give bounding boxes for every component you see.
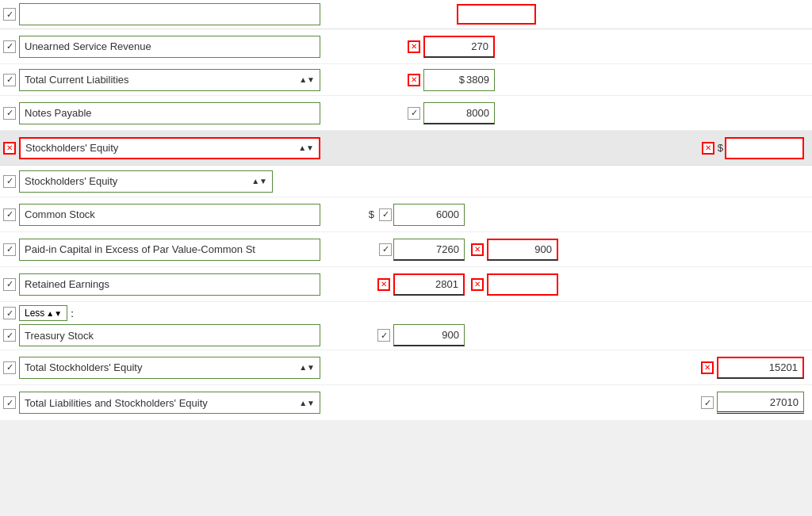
total-liab-se-label: Total Liabilities and Stockholders' Equi… <box>25 397 208 409</box>
retained-value: 2801 <box>435 278 458 290</box>
unearned-checkbox[interactable] <box>3 40 16 53</box>
treasury-label-row: Treasury Stock <box>3 324 344 346</box>
treasury-label-box: Treasury Stock <box>19 324 320 346</box>
se-header-label: Stockholders' Equity <box>25 142 118 154</box>
total-liab-se-left: Total Liabilities and Stockholders' Equi… <box>3 392 344 414</box>
notes-payable-left: Notes Payable <box>3 102 344 124</box>
notes-payable-label: Notes Payable <box>25 107 92 119</box>
total-liab-se-checkbox[interactable] <box>3 396 16 409</box>
retained-right-input[interactable] <box>487 273 558 296</box>
total-liab-se-right: 27010 <box>701 392 809 414</box>
se-header-x2[interactable] <box>702 142 714 155</box>
main-container: Unearned Service Revenue 270 Total Curre… <box>0 0 812 420</box>
se-header-left: Stockholders' Equity ▲▼ <box>3 137 344 159</box>
colon-label: : <box>71 308 74 319</box>
unearned-x-check[interactable] <box>408 40 420 53</box>
top-partial-left <box>3 3 344 25</box>
common-stock-value: 6000 <box>436 208 459 220</box>
notes-payable-checkbox[interactable] <box>3 107 16 120</box>
total-se-arrow: ▲▼ <box>299 363 315 372</box>
paid-in-value: 7260 <box>436 243 459 255</box>
total-current-label: Total Current Liabilities <box>25 74 129 86</box>
se-header-x-check[interactable] <box>3 142 16 155</box>
se-sub-label-box: Stockholders' Equity ▲▼ <box>19 170 273 193</box>
top-partial-input-mid[interactable] <box>457 4 536 25</box>
common-stock-label: Common Stock <box>25 208 95 220</box>
common-stock-check2[interactable] <box>379 208 392 221</box>
total-liab-se-arrow: ▲▼ <box>299 399 315 407</box>
retained-input[interactable]: 2801 <box>393 273 465 296</box>
total-se-value: 15201 <box>769 361 798 373</box>
retained-x2[interactable] <box>471 278 484 291</box>
retained-right <box>471 273 565 296</box>
se-sub-checkbox[interactable] <box>3 175 16 188</box>
total-se-x[interactable] <box>701 361 714 374</box>
notes-payable-check2[interactable] <box>408 107 420 120</box>
paid-in-x[interactable] <box>471 243 484 256</box>
paid-in-input[interactable]: 7260 <box>393 239 465 261</box>
retained-left: Retained Earnings <box>3 273 344 296</box>
less-button[interactable]: Less ▲▼ <box>19 305 67 321</box>
treasury-value: 900 <box>442 329 459 341</box>
total-se-label-box: Total Stockholders' Equity ▲▼ <box>19 357 320 379</box>
se-sub-label: Stockholders' Equity <box>25 175 117 187</box>
treasury-label: Treasury Stock <box>25 330 94 342</box>
common-stock-left: Common Stock <box>3 204 344 226</box>
retained-x[interactable] <box>377 278 390 291</box>
paid-in-right: 900 <box>471 239 565 261</box>
common-stock-dollar: $ <box>369 208 374 220</box>
paid-in-label-box: Paid-in Capital in Excess of Par Value-C… <box>19 239 320 261</box>
less-label: Less <box>25 308 44 319</box>
notes-payable-value: 8000 <box>466 107 489 119</box>
total-se-input[interactable]: 15201 <box>717 357 804 379</box>
se-sub-left: Stockholders' Equity ▲▼ <box>3 170 344 193</box>
total-liab-se-check2[interactable] <box>701 396 714 409</box>
total-se-right: 15201 <box>701 357 809 379</box>
total-current-x[interactable] <box>408 74 420 86</box>
common-stock-label-box: Common Stock <box>19 204 320 226</box>
total-current-value: 3809 <box>466 74 489 86</box>
retained-label-box: Retained Earnings <box>19 273 320 296</box>
notes-payable-input[interactable]: 8000 <box>423 102 495 124</box>
total-liab-se-input[interactable]: 27010 <box>717 392 804 414</box>
total-se-checkbox[interactable] <box>3 361 16 374</box>
unearned-label: Unearned Service Revenue <box>25 40 151 52</box>
total-liab-se-value: 27010 <box>770 396 799 408</box>
top-partial-checkbox[interactable] <box>3 8 16 21</box>
paid-in-right-value: 900 <box>534 243 552 255</box>
total-current-mid: $ 3809 <box>344 69 503 91</box>
se-header-arrow: ▲▼ <box>298 143 314 152</box>
treasury-left: Less ▲▼ : Treasury Stock <box>3 305 344 346</box>
paid-in-checkbox[interactable] <box>3 243 16 256</box>
se-header-label-box: Stockholders' Equity ▲▼ <box>19 137 320 159</box>
common-stock-input[interactable]: 6000 <box>393 204 465 226</box>
unearned-value: 270 <box>471 40 488 52</box>
treasury-input[interactable]: 900 <box>393 324 465 346</box>
paid-in-right-input[interactable]: 900 <box>487 239 558 261</box>
notes-payable-label-box: Notes Payable <box>19 102 320 124</box>
treasury-mid: 900 <box>344 324 471 346</box>
total-current-input[interactable]: $ 3809 <box>423 69 495 91</box>
total-current-label-box: Total Current Liabilities ▲▼ <box>19 69 320 91</box>
retained-checkbox[interactable] <box>3 278 16 291</box>
se-header-right: $ <box>702 137 809 159</box>
total-current-left: Total Current Liabilities ▲▼ <box>3 69 344 91</box>
paid-in-mid: 7260 <box>344 239 471 261</box>
common-stock-checkbox[interactable] <box>3 208 16 221</box>
se-header-input[interactable] <box>725 137 804 159</box>
treasury-checkbox2[interactable] <box>3 329 16 342</box>
paid-in-left: Paid-in Capital in Excess of Par Value-C… <box>3 239 344 261</box>
unearned-input[interactable]: 270 <box>423 36 495 58</box>
paid-in-label: Paid-in Capital in Excess of Par Value-C… <box>25 243 255 255</box>
total-current-dollar: $ <box>459 74 465 86</box>
treasury-check3[interactable] <box>377 329 390 342</box>
treasury-checkbox1[interactable] <box>3 307 16 319</box>
notes-payable-mid: 8000 <box>344 102 503 124</box>
total-se-left: Total Stockholders' Equity ▲▼ <box>3 357 344 379</box>
retained-label: Retained Earnings <box>25 278 109 290</box>
common-stock-mid: $ 6000 <box>344 204 471 226</box>
total-current-checkbox[interactable] <box>3 74 16 86</box>
top-partial-label <box>19 3 320 25</box>
total-current-arrow: ▲▼ <box>299 75 315 84</box>
paid-in-check2[interactable] <box>379 243 392 256</box>
